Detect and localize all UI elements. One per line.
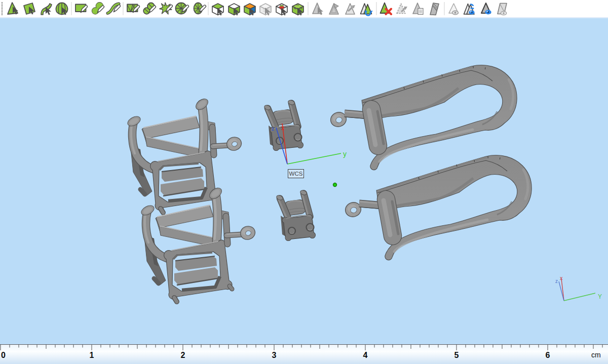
svg-text:WCS: WCS <box>289 171 303 177</box>
svg-text:1: 1 <box>90 351 94 359</box>
svg-text:Y: Y <box>598 293 602 300</box>
svg-text:x: x <box>281 124 285 132</box>
svg-text:z: z <box>272 126 274 132</box>
svg-text:0: 0 <box>1 351 6 359</box>
svg-text:4: 4 <box>363 351 368 359</box>
svg-text:3: 3 <box>272 351 277 359</box>
svg-text:6: 6 <box>546 351 550 359</box>
svg-text:2: 2 <box>181 351 185 359</box>
svg-text:y: y <box>343 150 347 158</box>
svg-text:z: z <box>555 278 558 284</box>
svg-text:cm: cm <box>591 351 601 359</box>
svg-text:x: x <box>560 275 563 281</box>
svg-text:5: 5 <box>454 351 459 359</box>
